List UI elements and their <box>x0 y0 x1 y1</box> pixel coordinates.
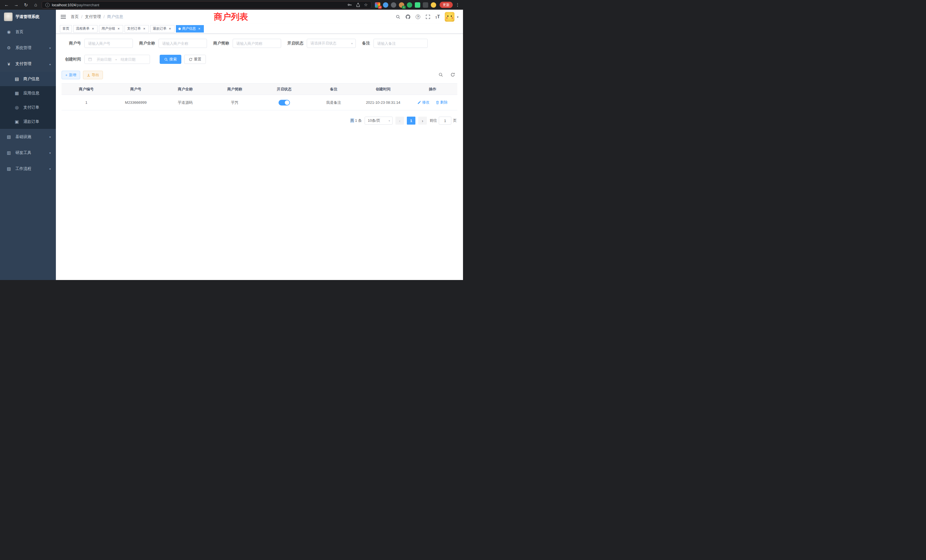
gear-icon: ⚙ <box>6 45 12 50</box>
merchant-no-input[interactable] <box>85 39 133 48</box>
password-key-icon[interactable] <box>347 2 352 8</box>
prev-page-button[interactable]: ‹ <box>395 117 404 125</box>
tab-pay-order[interactable]: 支付订单 × <box>125 25 149 32</box>
sidebar-item-label: 退款订单 <box>23 119 51 124</box>
filter-row-2: 创建时间 - 搜索 重置 <box>62 55 457 64</box>
sidebar-item-infrastructure[interactable]: ▧ 基础设施 ▾ <box>0 129 56 145</box>
tab-label: 用户分组 <box>101 26 115 31</box>
next-page-button[interactable]: › <box>418 117 427 125</box>
extension-face-icon[interactable] <box>431 2 436 8</box>
close-icon[interactable]: × <box>91 27 95 31</box>
site-info-icon[interactable]: i <box>45 3 50 7</box>
cell-remark: 我是备注 <box>309 95 359 110</box>
breadcrumb-current: 商户信息 <box>107 14 123 20</box>
goto-page-input[interactable] <box>439 117 451 125</box>
sidebar-item-app-info[interactable]: ▦ 应用信息 <box>0 86 56 100</box>
chevron-down-icon: ▾ <box>351 42 353 45</box>
sidebar-item-home[interactable]: ◉ 首页 <box>0 24 56 40</box>
filter-row-1: 商户号 商户全称 商户简称 开启状态 请选择开启状态 ▾ <box>62 39 457 48</box>
extension-blue-icon[interactable] <box>383 2 388 8</box>
font-size-icon[interactable]: TT <box>435 14 440 20</box>
topbar-actions: ? TT ▾ <box>395 12 458 22</box>
add-button[interactable]: + 新增 <box>62 71 80 79</box>
sidebar-item-system[interactable]: ⚙ 系统管理 ▾ <box>0 40 56 56</box>
chevron-down-icon: ▾ <box>49 151 51 154</box>
bookmark-star-icon[interactable]: ☆ <box>364 2 368 8</box>
filter-label: 开启状态 <box>287 41 303 46</box>
calendar-icon <box>88 57 93 62</box>
close-icon[interactable]: × <box>142 27 146 31</box>
close-icon[interactable]: × <box>168 27 172 31</box>
breadcrumb-home[interactable]: 首页 <box>71 14 79 20</box>
tab-refund-order[interactable]: 退款订单 × <box>150 25 174 32</box>
breadcrumb-payment[interactable]: 支付管理 <box>85 14 101 20</box>
close-icon[interactable]: × <box>117 27 121 31</box>
toggle-search-icon[interactable] <box>439 73 443 77</box>
status-toggle[interactable] <box>278 100 290 106</box>
user-avatar[interactable] <box>445 12 454 22</box>
share-icon[interactable] <box>356 2 361 8</box>
search-icon[interactable] <box>395 14 401 20</box>
browser-forward-button[interactable]: → <box>12 1 20 9</box>
reset-button[interactable]: 重置 <box>184 55 206 64</box>
browser-home-button[interactable]: ⌂ <box>32 1 39 9</box>
url-path: /pay/merchant <box>76 3 99 7</box>
github-icon[interactable] <box>406 14 410 20</box>
extension-green-icon[interactable] <box>407 2 412 8</box>
delete-link[interactable]: 删除 <box>436 100 448 105</box>
tab-label: 首页 <box>62 26 69 31</box>
browser-update-button[interactable]: 更新 <box>440 2 453 8</box>
grid-icon: ▦ <box>14 91 20 96</box>
table-toolbar: + 新增 导出 <box>62 71 457 79</box>
extension-note-icon[interactable] <box>415 2 420 8</box>
sidebar-toggle-icon[interactable] <box>61 14 66 20</box>
app-title: 芋道管理系统 <box>15 14 39 20</box>
tab-home[interactable]: 首页 <box>60 25 72 32</box>
filter-label: 商户全称 <box>139 41 155 46</box>
chevron-down-icon: ▾ <box>49 167 51 171</box>
create-time-range-picker[interactable]: - <box>85 55 150 64</box>
browser-menu-icon[interactable]: ⋮ <box>455 2 460 8</box>
cell-create-time: 2021-10-23 08:31:14 <box>359 95 408 110</box>
end-date-input[interactable] <box>118 57 138 62</box>
tab-merchant-info[interactable]: 商户信息 × <box>176 25 204 32</box>
extension-pin-icon[interactable] <box>423 2 428 8</box>
tab-user-group[interactable]: 用户分组 × <box>99 25 123 32</box>
chevron-down-icon: ▾ <box>49 47 51 50</box>
merchant-short-input[interactable] <box>233 39 281 48</box>
sidebar-item-pay-order[interactable]: ◎ 支付订单 <box>0 100 56 115</box>
merchant-table: 商户编号 商户号 商户全称 商户简称 开启状态 备注 创建时间 操作 1 M23… <box>62 83 457 110</box>
page-1-button[interactable]: 1 <box>407 117 415 125</box>
sidebar-item-dev-tools[interactable]: ▥ 研发工具 ▾ <box>0 145 56 161</box>
start-date-input[interactable] <box>94 57 114 62</box>
search-button[interactable]: 搜索 <box>160 55 181 64</box>
page-size-select[interactable]: 10条/页 ▾ <box>365 117 393 125</box>
tab-process-form[interactable]: 流程表单 × <box>73 25 97 32</box>
sidebar-item-refund-order[interactable]: ▣ 退款订单 <box>0 115 56 129</box>
refresh-icon[interactable] <box>451 73 455 77</box>
extension-colorful-icon[interactable]: 10 <box>375 2 380 8</box>
table-row: 1 M233666999 芋道源码 芋艿 我是备注 2021-10-23 08:… <box>62 95 457 110</box>
extension-dark-icon[interactable] <box>391 2 396 8</box>
plus-icon: + <box>65 73 68 77</box>
sidebar-item-label: 商户信息 <box>23 76 51 82</box>
export-button[interactable]: 导出 <box>83 71 103 79</box>
app-logo-row[interactable]: 芋道管理系统 <box>0 10 56 24</box>
col-create-time: 创建时间 <box>359 83 408 95</box>
help-icon[interactable]: ? <box>415 14 421 20</box>
merchant-name-input[interactable] <box>159 39 207 48</box>
close-icon[interactable]: × <box>197 27 201 31</box>
status-select[interactable]: 请选择开启状态 ▾ <box>307 39 356 48</box>
delete-link-label: 删除 <box>440 100 448 105</box>
remark-input[interactable] <box>374 39 428 48</box>
sidebar-item-payment[interactable]: ¥ 支付管理 ▴ <box>0 56 56 72</box>
fullscreen-icon[interactable] <box>425 14 431 20</box>
extension-orange-icon[interactable]: 1 <box>399 2 404 8</box>
user-menu-caret-icon[interactable]: ▾ <box>457 15 458 18</box>
address-bar[interactable]: i localhost:1024/pay/merchant ☆ <box>42 1 371 9</box>
sidebar-item-workflow[interactable]: ▨ 工作流程 ▾ <box>0 161 56 177</box>
browser-reload-button[interactable]: ↻ <box>22 1 30 9</box>
sidebar-item-merchant-info[interactable]: ▤ 商户信息 <box>0 72 56 86</box>
browser-back-button[interactable]: ← <box>3 1 10 9</box>
edit-link[interactable]: 修改 <box>418 100 429 105</box>
